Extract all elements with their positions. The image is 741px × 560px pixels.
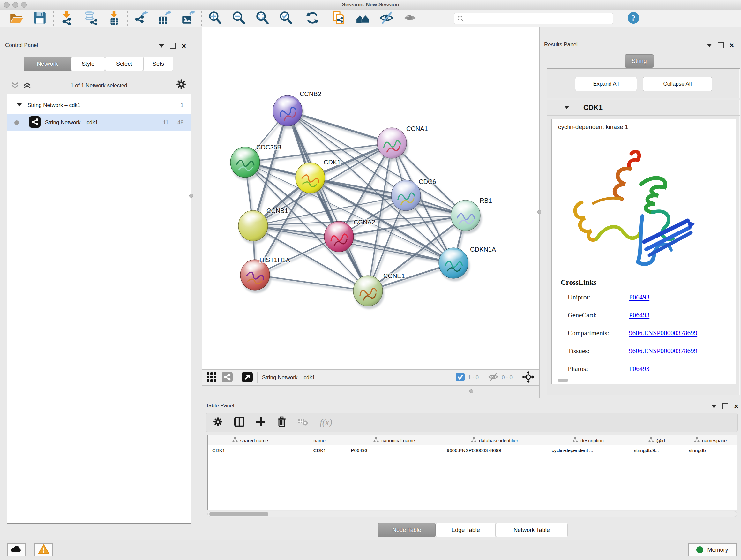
scrollbar-thumb[interactable] [209, 512, 268, 516]
detach-view-icon[interactable] [242, 372, 253, 384]
splitter-handle[interactable] [537, 210, 541, 214]
network-node-ccnb1[interactable]: CCNB1 [239, 207, 288, 244]
home-networks-button[interactable] [355, 10, 371, 26]
collapse-all-button[interactable]: Collapse All [643, 77, 712, 91]
table-cell[interactable]: 9606.ENSP00000378699 [442, 445, 547, 455]
network-node-ccna1[interactable]: CCNA1 [377, 125, 428, 161]
import-network-database-button[interactable] [82, 10, 98, 26]
panel-float-icon[interactable] [722, 403, 728, 409]
table-cell[interactable]: stringdb:9... [629, 445, 684, 455]
grid-view-icon[interactable] [206, 372, 217, 383]
node-label: CDC6 [419, 178, 436, 185]
table-cell[interactable]: CDK1 [208, 445, 293, 455]
gene-section-header[interactable]: CDK1 [547, 100, 740, 116]
splitter-handle[interactable] [469, 389, 473, 393]
expand-all-tree-icon[interactable] [23, 82, 31, 90]
panel-close-icon[interactable]: × [730, 43, 734, 48]
panel-float-icon[interactable] [170, 43, 176, 49]
column-header-database-identifier[interactable]: database identifier [442, 435, 547, 445]
gear-icon[interactable] [176, 79, 186, 91]
memory-button[interactable]: Memory [688, 543, 737, 557]
panel-close-icon[interactable]: × [734, 404, 738, 409]
zoom-selected-button[interactable] [278, 10, 293, 26]
network-node-ccnb2[interactable]: CCNB2 [273, 90, 321, 129]
copy-style-button[interactable] [331, 10, 347, 26]
horizontal-scrollbar-thumb[interactable] [557, 379, 568, 381]
export-image-button[interactable] [180, 10, 196, 26]
table-cell[interactable]: P06493 [346, 445, 442, 455]
help-button[interactable]: ? [625, 10, 642, 26]
table-row[interactable]: CDK1CDK1P064939606.ENSP00000378699cyclin… [208, 445, 737, 455]
refresh-button[interactable] [305, 10, 320, 26]
crosslink-link[interactable]: P06493 [629, 294, 650, 301]
network-canvas[interactable]: CCNB2CCNA1CDC25BCDK1CDC6RB1CCNB1CCNA2CDK… [202, 27, 539, 369]
warnings-button[interactable] [35, 543, 53, 557]
tab-node-table[interactable]: Node Table [378, 523, 435, 537]
tree-expand-icon[interactable] [17, 102, 22, 109]
splitter-handle[interactable] [189, 194, 193, 198]
panel-menu-icon[interactable] [707, 44, 712, 47]
zoom-in-button[interactable] [207, 10, 223, 26]
column-header-description[interactable]: description [547, 435, 630, 445]
column-header-name[interactable]: name [293, 435, 347, 445]
zoom-out-icon [231, 10, 246, 26]
selected-checkbox-icon[interactable] [456, 373, 465, 382]
column-header-label: shared name [240, 438, 268, 443]
birdseye-crosshair-icon[interactable] [522, 371, 535, 385]
network-node-rb1[interactable]: RB1 [451, 197, 492, 234]
add-column-icon[interactable] [256, 417, 266, 428]
export-table-button[interactable] [156, 10, 172, 26]
show-columns-icon[interactable] [234, 417, 245, 428]
collapse-all-tree-icon[interactable] [11, 82, 19, 90]
open-session-button[interactable] [8, 10, 24, 26]
network-node-cdkn1a[interactable]: CDKN1A [439, 246, 496, 281]
panel-close-icon[interactable]: × [182, 44, 186, 48]
network-share-icon[interactable] [222, 372, 232, 384]
section-collapse-icon[interactable] [564, 105, 569, 111]
network-node-hist1h1a[interactable]: HIST1H1A [240, 256, 290, 293]
crosslink-row: Uniprot:P06493 [568, 294, 727, 301]
network-node-ccne1[interactable]: CCNE1 [353, 272, 405, 309]
tab-string[interactable]: String [624, 54, 654, 68]
network-collection-row[interactable]: String Network – cdk1 1 [7, 97, 191, 114]
table-cell[interactable]: stringdb [684, 445, 737, 455]
crosslink-link[interactable]: 9606.ENSP00000378699 [629, 329, 697, 337]
show-graphics-button[interactable] [402, 10, 418, 26]
tab-network-table[interactable]: Network Table [495, 523, 568, 537]
tab-edge-table[interactable]: Edge Table [435, 523, 495, 537]
save-session-button[interactable] [32, 10, 48, 26]
crosslink-link[interactable]: P06493 [629, 365, 650, 373]
expand-all-button[interactable]: Expand All [575, 77, 637, 91]
table-horizontal-scrollbar[interactable] [207, 511, 737, 517]
cloud-button[interactable] [7, 543, 25, 557]
column-header-shared-name[interactable]: shared name [208, 435, 293, 445]
search-input[interactable] [454, 13, 613, 24]
column-header-@id[interactable]: @id [629, 435, 684, 445]
network-edge-count: 48 [178, 119, 184, 126]
export-network-button[interactable] [133, 10, 149, 26]
column-header-namespace[interactable]: namespace [684, 435, 737, 445]
tab-network[interactable]: Network [23, 57, 71, 71]
table-gear-icon[interactable] [213, 417, 223, 428]
table-cell[interactable]: CDK1 [293, 445, 347, 455]
zoom-fit-icon [255, 10, 269, 26]
delete-column-trash-icon[interactable] [277, 416, 286, 428]
hidden-eye-slash-icon[interactable] [488, 372, 498, 383]
tab-select[interactable]: Select [105, 57, 143, 71]
table-cell[interactable]: cyclin-dependent ... [547, 445, 630, 455]
crosslink-link[interactable]: P06493 [629, 311, 650, 319]
crosslink-link[interactable]: 9606.ENSP00000378699 [629, 347, 697, 355]
import-table-file-button[interactable] [106, 10, 122, 26]
column-header-canonical-name[interactable]: canonical name [346, 435, 442, 445]
tab-sets[interactable]: Sets [143, 57, 173, 71]
zoom-fit-button[interactable] [254, 10, 270, 26]
hide-unhide-button[interactable] [379, 10, 394, 26]
tab-style[interactable]: Style [71, 57, 105, 71]
zoom-out-button[interactable] [230, 10, 246, 26]
column-header-label: canonical name [381, 438, 415, 443]
panel-menu-icon[interactable] [711, 405, 717, 408]
network-row[interactable]: String Network – cdk1 11 48 [7, 114, 191, 131]
panel-float-icon[interactable] [718, 42, 724, 48]
import-network-file-button[interactable] [59, 10, 75, 26]
panel-menu-icon[interactable] [159, 44, 164, 48]
